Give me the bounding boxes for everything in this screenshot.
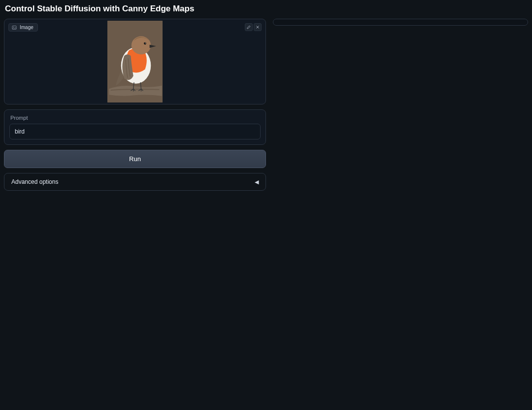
svg-point-7 xyxy=(145,43,145,43)
prompt-panel: Prompt xyxy=(4,109,266,145)
run-button[interactable]: Run xyxy=(4,150,266,168)
prompt-label: Prompt xyxy=(10,115,261,121)
prompt-input[interactable] xyxy=(9,124,261,139)
image-input-panel[interactable]: Image xyxy=(4,19,266,104)
svg-point-5 xyxy=(132,36,151,55)
chevron-left-icon: ◀ xyxy=(255,179,259,185)
page-title: Control Stable Diffusion with Canny Edge… xyxy=(5,4,528,14)
svg-point-6 xyxy=(144,42,146,45)
advanced-options-accordion[interactable]: Advanced options ◀ xyxy=(4,173,266,191)
advanced-options-label: Advanced options xyxy=(11,178,58,185)
output-gallery[interactable] xyxy=(273,19,528,26)
image-preview xyxy=(4,19,266,104)
